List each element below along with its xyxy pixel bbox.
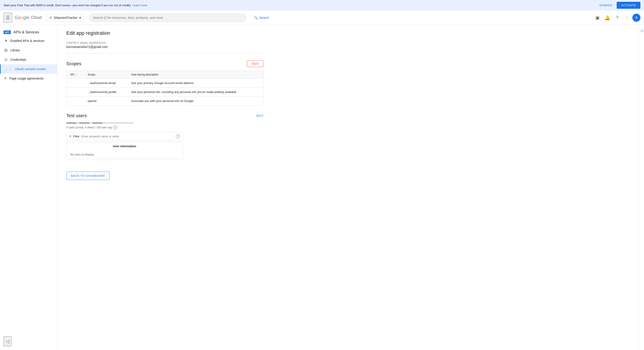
api-badge: API <box>4 30 11 34</box>
sidebar-header: API APIs & Services <box>0 27 57 36</box>
no-rows-text: No rows to display <box>66 150 183 159</box>
table-row: .../auth/userinfo.profile See your perso… <box>66 88 264 96</box>
help-button[interactable]: ? <box>613 13 622 22</box>
test-users-header: Test users EDIT <box>66 113 264 119</box>
nav-icons: ▣ 🔔 ? ⋮ A <box>593 13 640 22</box>
credentials-icon: ⊙ <box>4 57 8 62</box>
project-icon: ⊙ <box>49 16 52 20</box>
dismiss-button[interactable]: DISMISS <box>597 2 615 8</box>
page-title: Edit app registration <box>66 30 264 36</box>
project-selector[interactable]: ⊙ ShipmentTracker ▾ <box>46 14 84 21</box>
top-banner: Start your Free Trial with $300 in credi… <box>0 0 644 10</box>
sidebar-item-credentials[interactable]: ⊙ Credentials <box>0 55 57 64</box>
sidebar-item-oauth-consent[interactable]: ⋮⋮ OAuth consent screen <box>0 64 57 74</box>
scopes-title: Scopes <box>66 61 81 66</box>
sidebar-item-enabled-apis[interactable]: ✦ Enabled APIs & services <box>0 36 57 46</box>
oauth-consent-icon: ⋮⋮ <box>4 66 12 72</box>
sidebar-collapse-button[interactable]: ◁ <box>4 336 12 346</box>
row-description: Associate you with your personal info on… <box>128 96 264 106</box>
scopes-section: Scopes EDIT API ↑ Scope User-facing desc… <box>66 60 264 106</box>
row-description: See your primary Google Account email ad… <box>128 79 264 88</box>
back-to-dashboard-button[interactable]: BACK TO DASHBOARD <box>66 172 110 180</box>
sidebar: API APIs & Services ✦ Enabled APIs & ser… <box>0 25 57 350</box>
notifications-button[interactable]: 🔔 <box>603 13 612 22</box>
contact-email-label: Contact email addresses <box>66 42 264 44</box>
cap-segment-5 <box>92 122 102 124</box>
chevron-down-icon: ▾ <box>79 16 81 20</box>
row-scope: .../auth/userinfo.email <box>84 79 128 88</box>
scopes-edit-button[interactable]: EDIT <box>247 60 264 67</box>
search-button[interactable]: 🔍 Search <box>252 14 272 21</box>
sidebar-title: APIs & Services <box>14 30 39 34</box>
banner-text: Start your Free Trial with $300 in credi… <box>4 4 132 7</box>
col-scope: Scope <box>84 71 128 79</box>
table-row: .../auth/userinfo.email See your primary… <box>66 79 264 88</box>
avatar[interactable]: A <box>632 14 640 22</box>
contact-email-value: burrowsamelia72@gmail.com <box>66 45 264 48</box>
user-info-header: User information <box>66 142 183 150</box>
contact-email-section: Contact email addresses burrowsamelia72@… <box>66 42 264 53</box>
sidebar-item-label: Library <box>10 48 20 52</box>
cap-count: 0 users (0 test, 0 other) / 100 user cap <box>66 126 112 129</box>
sidebar-item-label: Enabled APIs & services <box>10 39 44 42</box>
library-icon: ⊞ <box>4 48 8 53</box>
search-icon: 🔍 <box>254 16 258 20</box>
test-users-section: Test users EDIT 0 users (0 test, 0 other… <box>66 113 264 159</box>
row-scope: .../auth/userinfo.profile <box>84 88 128 96</box>
sidebar-item-label: Credentials <box>10 58 26 62</box>
user-cap-text: 0 users (0 test, 0 other) / 100 user cap… <box>66 126 264 130</box>
filter-label: Filter <box>73 135 80 138</box>
filter-input[interactable] <box>81 135 174 138</box>
cap-segment-2 <box>77 122 79 124</box>
cloud-label: Cloud <box>31 15 42 20</box>
main-content: Edit app registration Contact email addr… <box>57 25 638 350</box>
cap-segment-3 <box>79 122 90 124</box>
cap-help-icon[interactable]: ? <box>113 126 117 130</box>
sidebar-item-label: Page usage agreements <box>10 77 44 80</box>
search-input[interactable] <box>89 14 246 22</box>
filter-help-icon[interactable]: ? <box>176 134 180 138</box>
sort-icon[interactable]: ↑ <box>76 73 78 76</box>
col-description: User-facing description <box>128 71 264 79</box>
row-api <box>66 79 84 88</box>
user-cap-bar: 0 users (0 test, 0 other) / 100 user cap… <box>66 122 264 130</box>
user-cap-track <box>66 122 134 124</box>
cap-segment-6 <box>102 122 134 124</box>
right-collapse-panel[interactable]: ◁ <box>638 25 644 350</box>
activate-button[interactable]: ACTIVATE <box>617 2 640 9</box>
table-row: openid Associate you with your personal … <box>66 96 264 106</box>
top-nav: ☰ Google Cloud ⊙ ShipmentTracker ▾ 🔍 Sea… <box>0 10 644 25</box>
more-options-button[interactable]: ⋮ <box>622 13 632 22</box>
test-users-edit-button[interactable]: EDIT <box>256 113 264 119</box>
enabled-apis-icon: ✦ <box>4 38 8 43</box>
section-divider <box>66 53 264 53</box>
sidebar-item-library[interactable]: ⊞ Library <box>0 46 57 55</box>
right-collapse-icon: ◁ <box>640 28 643 33</box>
main-layout: API APIs & Services ✦ Enabled APIs & ser… <box>0 25 644 350</box>
sidebar-item-label: OAuth consent screen <box>15 67 46 71</box>
hamburger-menu-button[interactable]: ☰ <box>4 13 12 23</box>
banner-learn-more-link[interactable]: Learn more <box>132 4 147 7</box>
row-api <box>66 88 84 96</box>
cap-segment-4 <box>90 122 92 124</box>
cap-segment-1 <box>66 122 76 124</box>
row-scope: openid <box>84 96 128 106</box>
google-cloud-logo: Google Cloud <box>15 15 42 20</box>
sidebar-item-page-usage[interactable]: ≡ Page usage agreements <box>0 74 57 83</box>
row-api <box>66 96 84 106</box>
filter-bar: ≡ Filter ? <box>66 132 183 140</box>
project-name: ShipmentTracker <box>54 16 78 20</box>
cloud-shell-button[interactable]: ▣ <box>593 13 602 22</box>
search-label: Search <box>259 16 269 20</box>
test-users-title: Test users <box>66 113 87 118</box>
scopes-header: Scopes EDIT <box>66 60 264 67</box>
scopes-table: API ↑ Scope User-facing description .../… <box>66 70 264 106</box>
page-usage-icon: ≡ <box>4 76 7 81</box>
filter-icon: ≡ <box>69 134 71 138</box>
no-rows-row: No rows to display <box>66 150 183 159</box>
row-description: See your personal info, including any pe… <box>128 88 264 96</box>
search-bar <box>89 14 246 22</box>
col-api: API ↑ <box>66 71 84 79</box>
users-table: User information No rows to display <box>66 142 183 159</box>
